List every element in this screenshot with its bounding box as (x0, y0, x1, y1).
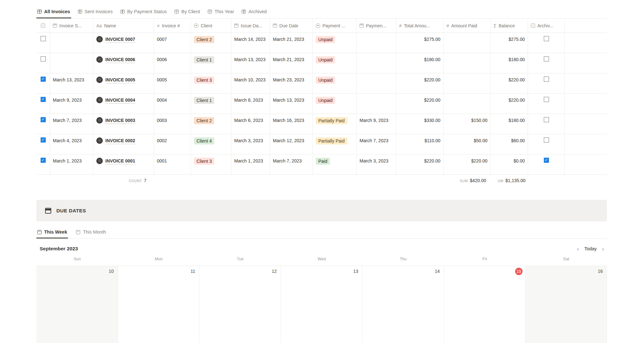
cell-due-date[interactable]: March 12, 2023 (270, 134, 313, 154)
cell-invoice-sent[interactable] (50, 53, 93, 73)
invoice-name-link[interactable]: INVOICE 0002 (105, 137, 135, 144)
cell-invoice-number[interactable]: 0006 (154, 53, 191, 73)
cell-name[interactable]: INVOICE 0005 (93, 73, 154, 93)
archived-checkbox[interactable] (544, 117, 549, 122)
cell-archived[interactable] (528, 33, 565, 53)
cell-invoice-sent[interactable]: March 1, 2023 (50, 154, 93, 174)
cell-select[interactable] (36, 94, 50, 114)
cell-due-date[interactable]: March 13, 2023 (270, 94, 313, 114)
cell-payment-date[interactable] (357, 73, 396, 93)
cell-client[interactable]: Client 2 (191, 33, 231, 53)
column-header-balance[interactable]: ΣBalance (491, 19, 528, 32)
cell-name[interactable]: INVOICE 0002 (93, 134, 154, 154)
cell-archived[interactable] (528, 114, 565, 134)
row-checkbox[interactable] (41, 158, 46, 163)
cell-select[interactable] (36, 154, 50, 174)
column-header-client[interactable]: Client (191, 19, 231, 32)
cell-invoice-sent[interactable] (50, 33, 93, 53)
cell-payment-status[interactable]: Partially Paid (313, 134, 357, 154)
view-tab[interactable]: Archived (241, 8, 267, 18)
calendar-day-cell[interactable]: 11 (118, 266, 199, 343)
cell-name[interactable]: INVOICE 0001 (93, 154, 154, 174)
row-checkbox[interactable] (41, 137, 46, 143)
cell-invoice-number[interactable]: 0001 (154, 154, 191, 174)
invoice-name-link[interactable]: INVOICE 0006 (105, 56, 135, 63)
cell-balance[interactable]: $180.00 (491, 114, 528, 134)
cell-invoice-number[interactable]: 0007 (154, 33, 191, 53)
cell-invoice-sent[interactable]: March 9, 2023 (50, 94, 93, 114)
cell-payment-date[interactable]: March 9, 2023 (357, 114, 396, 134)
column-header-payment-status[interactable]: Payment ... (313, 19, 357, 32)
cell-payment-status[interactable]: Paid (313, 154, 357, 174)
cell-payment-date[interactable] (357, 94, 396, 114)
cell-total-amount[interactable]: $220.00 (396, 154, 444, 174)
column-header-issue-date[interactable]: Issue Da... (231, 19, 270, 32)
column-header-invoice-sent[interactable]: Invoice S... (50, 19, 93, 32)
cell-invoice-number[interactable]: 0003 (154, 114, 191, 134)
cell-payment-status[interactable]: Unpaid (313, 94, 357, 114)
column-header-name[interactable]: AaName (93, 19, 154, 32)
cell-payment-date[interactable] (357, 33, 396, 53)
cell-invoice-number[interactable]: 0004 (154, 94, 191, 114)
cell-name[interactable]: INVOICE 0003 (93, 114, 154, 134)
cell-payment-status[interactable]: Unpaid (313, 73, 357, 93)
archived-checkbox[interactable] (544, 158, 549, 163)
cell-select[interactable] (36, 134, 50, 154)
select-all-header[interactable] (36, 19, 50, 32)
invoice-name-link[interactable]: INVOICE 0005 (105, 77, 135, 83)
table-row[interactable]: INVOICE 0006 0006 Client 1 March 13, 202… (36, 53, 607, 73)
column-header-archived[interactable]: Archiv... (528, 19, 565, 32)
cell-amount-paid[interactable] (444, 53, 491, 73)
view-tab[interactable]: By Client (174, 8, 201, 18)
cell-amount-paid[interactable]: $50.00 (444, 134, 491, 154)
cell-due-date[interactable]: March 16, 2023 (270, 114, 313, 134)
view-tab[interactable]: By Payment Status (120, 8, 168, 18)
cell-select[interactable] (36, 53, 50, 73)
cell-amount-paid[interactable] (444, 73, 491, 93)
cell-name[interactable]: INVOICE 0006 (93, 53, 154, 73)
cell-due-date[interactable]: March 23, 2023 (270, 73, 313, 93)
cell-client[interactable]: Client 4 (191, 134, 231, 154)
cell-amount-paid[interactable]: $150.00 (444, 114, 491, 134)
chevron-right-icon[interactable]: › (602, 246, 604, 252)
cell-name[interactable]: INVOICE 0007 (93, 33, 154, 53)
row-checkbox[interactable] (41, 77, 46, 82)
cell-balance[interactable]: $0.00 (491, 154, 528, 174)
column-header-amount-paid[interactable]: #Amount Paid (444, 19, 491, 32)
cell-total-amount[interactable]: $220.00 (396, 94, 444, 114)
column-header-total-amount[interactable]: #Total Amou... (396, 19, 444, 32)
calendar-day-cell[interactable]: 14 (362, 266, 444, 343)
cell-total-amount[interactable]: $110.00 (396, 134, 444, 154)
archived-checkbox[interactable] (544, 36, 549, 41)
invoice-name-link[interactable]: INVOICE 0003 (105, 117, 135, 124)
cell-payment-date[interactable]: March 3, 2023 (357, 154, 396, 174)
cell-payment-status[interactable]: Unpaid (313, 53, 357, 73)
column-header-invoice-number[interactable]: ≡Invoice # (154, 19, 191, 32)
cell-select[interactable] (36, 73, 50, 93)
row-checkbox[interactable] (41, 56, 46, 61)
cell-balance[interactable]: $180.00 (491, 53, 528, 73)
cell-due-date[interactable]: March 7, 2023 (270, 154, 313, 174)
archived-checkbox[interactable] (544, 137, 549, 143)
cell-client[interactable]: Client 1 (191, 94, 231, 114)
table-row[interactable]: March 7, 2023 INVOICE 0003 0003 Client 2… (36, 114, 607, 134)
archived-checkbox[interactable] (544, 56, 549, 61)
table-row[interactable]: INVOICE 0007 0007 Client 2 March 14, 202… (36, 33, 607, 53)
calendar-day-cell[interactable]: 12 (199, 266, 281, 343)
cell-archived[interactable] (528, 154, 565, 174)
cell-due-date[interactable]: March 21, 2023 (270, 53, 313, 73)
cell-name[interactable]: INVOICE 0004 (93, 94, 154, 114)
cell-total-amount[interactable]: $275.00 (396, 33, 444, 53)
cell-select[interactable] (36, 33, 50, 53)
cell-issue-date[interactable]: March 8, 2023 (231, 94, 270, 114)
cell-balance[interactable]: $275.00 (491, 33, 528, 53)
invoice-name-link[interactable]: INVOICE 0007 (105, 36, 135, 43)
archived-checkbox[interactable] (544, 77, 549, 82)
calendar-day-cell[interactable]: 10 (36, 266, 118, 343)
today-button[interactable]: Today (584, 246, 597, 251)
cell-invoice-number[interactable]: 0002 (154, 134, 191, 154)
cell-client[interactable]: Client 2 (191, 114, 231, 134)
cell-invoice-sent[interactable]: March 4, 2023 (50, 134, 93, 154)
archived-checkbox[interactable] (544, 97, 549, 102)
column-header-payment-date[interactable]: Paymen... (357, 19, 396, 32)
